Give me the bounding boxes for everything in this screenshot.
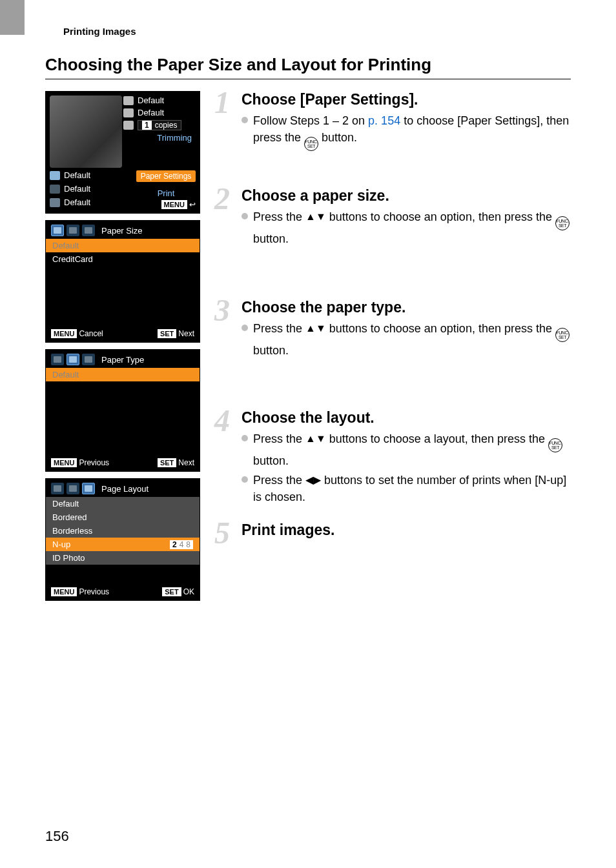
option-default: Default — [46, 239, 200, 252]
nup-opt-4: 4 — [180, 540, 184, 549]
menu-badge: MENU — [51, 329, 77, 338]
step-3: 3 Choose the paper type. Press the ▲▼ bu… — [216, 299, 571, 359]
func-set-icon: FUNC.SET — [304, 137, 318, 151]
menu-cancel-label: Cancel — [79, 329, 103, 338]
step-number: 2 — [214, 183, 230, 214]
screenshot-page-layout: Page Layout Default Bordered Borderless … — [45, 478, 200, 601]
section-tab — [0, 0, 25, 35]
layout-value: Default — [64, 197, 90, 207]
text-part: Press the — [253, 322, 305, 335]
nup-label: N-up — [52, 540, 70, 549]
option-borderless: Borderless — [46, 524, 200, 538]
nup-opt-8: 8 — [186, 540, 190, 549]
text-part: button. — [253, 454, 289, 467]
paper-size-value: Default — [64, 170, 90, 180]
section-rule — [45, 79, 571, 79]
step-text: Press the ◀▶ buttons to set the number o… — [253, 472, 571, 505]
bullet-icon — [241, 325, 248, 331]
step-heading: Choose the paper type. — [241, 299, 571, 316]
date-icon — [123, 108, 134, 117]
screenshot-print-menu: Default Default 1copies Trimming Default… — [45, 91, 200, 214]
menu-previous-indicator: MENUPrevious — [51, 458, 109, 467]
layout-icon — [50, 198, 60, 207]
option-nup: N-up 248 — [46, 538, 200, 551]
option-default: Default — [46, 368, 200, 381]
paper-type-icon — [50, 185, 60, 194]
effect-icon — [123, 96, 134, 105]
func-set-icon: FUNC.SET — [548, 438, 562, 452]
running-head: Printing Images — [63, 26, 571, 37]
step-text: Follow Steps 1 – 2 on p. 154 to choose [… — [253, 112, 571, 151]
paper-size-icon — [50, 171, 60, 180]
copies-field: 1copies — [138, 120, 181, 130]
tab-paper-type-icon — [67, 225, 79, 236]
set-badge: SET — [158, 329, 176, 338]
set-next-label: Next — [178, 329, 194, 338]
text-part: Press the — [253, 210, 305, 223]
step-heading: Choose the layout. — [241, 409, 571, 427]
print-button: Print — [136, 188, 196, 198]
set-badge: SET — [162, 587, 181, 596]
tab-paper-size-icon — [51, 225, 64, 236]
tab-label: Paper Size — [101, 226, 143, 236]
tab-paper-size-icon — [51, 354, 64, 365]
tab-paper-type-icon — [67, 354, 79, 365]
photo-thumbnail — [50, 96, 122, 168]
option-default: Default — [46, 497, 200, 510]
screenshot-paper-size: Paper Size Default CreditCard MENUCancel… — [45, 220, 200, 343]
tab-paper-size-icon — [51, 483, 64, 494]
tab-layout-icon — [82, 225, 95, 236]
set-ok-indicator: SETOK — [162, 587, 194, 596]
text-part: button. — [253, 232, 289, 245]
page-link[interactable]: p. 154 — [368, 114, 400, 127]
text-part: Press the — [253, 432, 305, 445]
func-set-icon: FUNC.SET — [555, 216, 570, 230]
menu-previous-label: Previous — [79, 587, 109, 596]
text-part: buttons to choose a layout, then press t… — [326, 432, 548, 445]
menu-badge: MENU — [51, 458, 77, 467]
menu-previous-indicator: MENUPrevious — [51, 587, 109, 596]
step-2: 2 Choose a paper size. Press the ▲▼ butt… — [216, 187, 571, 247]
text-part: buttons to choose an option, then press … — [326, 322, 555, 335]
step-number: 4 — [214, 405, 230, 436]
copies-icon — [123, 121, 134, 130]
menu-badge: MENU — [161, 200, 187, 209]
tab-label: Page Layout — [101, 484, 149, 494]
nup-current: 2 — [172, 540, 177, 549]
menu-cancel-indicator: MENUCancel — [51, 329, 103, 338]
left-right-arrows-icon: ◀▶ — [305, 474, 321, 485]
step-4: 4 Choose the layout. Press the ▲▼ button… — [216, 409, 571, 505]
step-number: 3 — [214, 295, 230, 326]
step-text: Press the ▲▼ buttons to choose a layout,… — [253, 430, 571, 469]
step-number: 5 — [214, 518, 230, 549]
step-heading: Print images. — [241, 521, 571, 539]
step-5: 5 Print images. — [216, 521, 571, 539]
up-down-arrows-icon: ▲▼ — [305, 323, 326, 334]
step-text: Press the ▲▼ buttons to choose an option… — [253, 208, 571, 247]
func-set-icon: FUNC.SET — [555, 328, 570, 342]
set-next-indicator: SETNext — [158, 458, 194, 467]
tab-layout-icon — [82, 483, 95, 494]
set-badge: SET — [158, 458, 176, 467]
option-id-photo: ID Photo — [46, 551, 200, 565]
text-part: Follow Steps 1 – 2 on — [253, 114, 368, 127]
bullet-icon — [241, 476, 248, 483]
step-text: Press the ▲▼ buttons to choose an option… — [253, 320, 571, 359]
paper-type-value: Default — [64, 184, 90, 194]
page-number: 156 — [45, 828, 69, 845]
trimming-link: Trimming — [123, 133, 194, 143]
text-part: buttons to choose an option, then press … — [326, 210, 555, 223]
paper-settings-button: Paper Settings — [136, 170, 196, 182]
menu-back-indicator: MENU↩ — [161, 200, 196, 209]
option-bordered: Bordered — [46, 510, 200, 524]
menu-previous-label: Previous — [79, 458, 109, 467]
copies-label: copies — [155, 121, 178, 130]
set-ok-label: OK — [183, 587, 194, 596]
nup-value-box: 248 — [170, 540, 193, 549]
set-next-indicator: SETNext — [158, 329, 194, 338]
step-heading: Choose a paper size. — [241, 187, 571, 205]
tab-layout-icon — [82, 354, 95, 365]
step-1: 1 Choose [Paper Settings]. Follow Steps … — [216, 91, 571, 151]
text-part: Press the — [253, 474, 305, 487]
bullet-icon — [241, 117, 248, 123]
